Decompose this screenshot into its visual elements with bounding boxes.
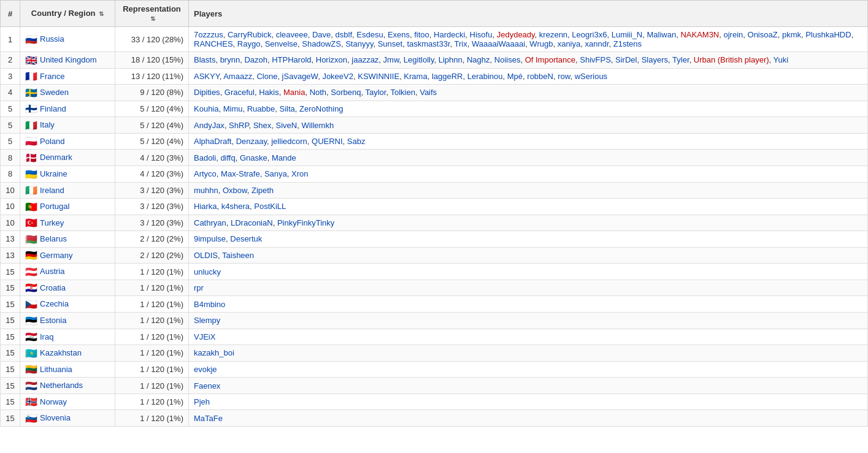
player-link[interactable]: Mania xyxy=(283,88,305,97)
player-link[interactable]: Esdesu xyxy=(356,30,383,39)
player-link[interactable]: Mande xyxy=(272,153,296,162)
player-link[interactable]: Desertuk xyxy=(230,234,262,243)
player-link[interactable]: Noth xyxy=(310,88,326,97)
player-link[interactable]: Sabz xyxy=(347,137,366,146)
player-link[interactable]: Liphnn xyxy=(439,55,463,64)
player-link[interactable]: Horizxon xyxy=(316,55,347,64)
player-link[interactable]: B4mbino xyxy=(194,300,225,309)
player-link[interactable]: Badoli xyxy=(194,153,216,162)
player-link[interactable]: JokeeV2 xyxy=(322,72,353,81)
player-link[interactable]: Gnaske xyxy=(240,153,267,162)
player-link[interactable]: RANCHES xyxy=(194,39,233,48)
player-link[interactable]: Mpé xyxy=(507,72,523,81)
player-link[interactable]: ZeroNothing xyxy=(299,104,344,113)
player-link[interactable]: wSerious xyxy=(575,72,607,81)
country-link[interactable]: Lithuania xyxy=(40,365,72,374)
player-link[interactable]: Raygo xyxy=(237,39,261,48)
player-link[interactable]: Krama xyxy=(404,72,427,81)
player-link[interactable]: Sorbenq xyxy=(331,88,361,97)
player-link[interactable]: Urban (British player) xyxy=(694,55,769,64)
player-link[interactable]: Ruabbe xyxy=(247,104,275,113)
player-link[interactable]: Noiises xyxy=(494,55,521,64)
player-link[interactable]: ojrein xyxy=(724,30,743,39)
player-link[interactable]: evokje xyxy=(194,365,217,374)
player-link[interactable]: Hakis xyxy=(259,88,279,97)
player-link[interactable]: Hardecki xyxy=(434,30,465,39)
player-link[interactable]: k4shera xyxy=(221,202,250,211)
country-link[interactable]: Poland xyxy=(40,137,64,146)
player-link[interactable]: ShadowZS xyxy=(302,39,341,48)
country-link[interactable]: Croatia xyxy=(40,283,66,292)
player-link[interactable]: Lerabinou xyxy=(467,72,503,81)
player-link[interactable]: Blasts xyxy=(194,55,215,64)
player-link[interactable]: Sunset xyxy=(378,39,402,48)
player-link[interactable]: Vaifs xyxy=(420,88,437,97)
country-link[interactable]: Estonia xyxy=(40,316,66,325)
player-link[interactable]: WaaaaiWaaaai xyxy=(472,39,525,48)
country-link[interactable]: Denmark xyxy=(40,153,72,162)
player-link[interactable]: QUERNI xyxy=(312,137,343,146)
player-link[interactable]: Shex xyxy=(253,121,272,130)
player-link[interactable]: Hisofu xyxy=(470,30,493,39)
player-link[interactable]: Willemkh xyxy=(301,121,334,130)
player-link[interactable]: Lumiii_N xyxy=(612,30,643,39)
player-link[interactable]: Taylor xyxy=(366,88,386,97)
player-link[interactable]: Slayers xyxy=(642,55,668,64)
country-link[interactable]: Sweden xyxy=(40,88,69,97)
player-link[interactable]: rpr xyxy=(194,283,204,292)
player-link[interactable]: ASKYY xyxy=(194,72,220,81)
player-link[interactable]: xanndr xyxy=(585,39,609,48)
country-link[interactable]: Belarus xyxy=(40,234,67,243)
player-link[interactable]: jelliedcorn xyxy=(271,137,307,146)
country-link[interactable]: Turkey xyxy=(40,218,64,227)
player-link[interactable]: Dipities xyxy=(194,88,220,97)
player-link[interactable]: MaTaFe xyxy=(194,414,223,423)
player-link[interactable]: NAKAM3N xyxy=(680,30,719,39)
country-link[interactable]: Italy xyxy=(40,120,55,129)
player-link[interactable]: Clone xyxy=(256,72,277,81)
player-link[interactable]: muhhn xyxy=(194,186,218,195)
country-link[interactable]: Czechia xyxy=(40,299,69,308)
country-link[interactable]: Slovenia xyxy=(40,413,71,422)
player-link[interactable]: laggeRR xyxy=(432,72,463,81)
player-link[interactable]: Naghz xyxy=(467,55,490,64)
player-link[interactable]: Cathryan xyxy=(194,218,226,227)
country-link[interactable]: Russia xyxy=(40,34,64,44)
country-link[interactable]: Netherlands xyxy=(40,381,83,390)
player-link[interactable]: Artyco xyxy=(194,169,217,178)
player-link[interactable]: Senvelse xyxy=(265,39,298,48)
player-link[interactable]: PinkyFinkyTinky xyxy=(277,218,334,227)
player-link[interactable]: Graceful xyxy=(225,88,255,97)
country-link[interactable]: Ukraine xyxy=(40,169,67,178)
player-link[interactable]: Leogri3x6 xyxy=(572,30,607,39)
rank-header[interactable]: # xyxy=(1,1,20,27)
country-header[interactable]: Country / Region ⇅ xyxy=(20,1,115,27)
player-link[interactable]: HTPHarold xyxy=(272,55,311,64)
player-link[interactable]: jaazzaz xyxy=(351,55,378,64)
player-link[interactable]: Tyler xyxy=(672,55,689,64)
player-link[interactable]: Of Importance xyxy=(525,55,575,64)
player-link[interactable]: Sanya xyxy=(264,169,287,178)
country-link[interactable]: France xyxy=(40,72,64,81)
country-link[interactable]: Norway xyxy=(40,397,67,406)
player-link[interactable]: SiveN xyxy=(276,121,298,130)
player-link[interactable]: xaniya xyxy=(558,39,581,48)
player-link[interactable]: unlucky xyxy=(194,267,221,276)
player-link[interactable]: KSWINNIIE xyxy=(358,72,399,81)
player-link[interactable]: taskmast33r xyxy=(407,39,450,48)
player-link[interactable]: SirDel xyxy=(615,55,637,64)
player-link[interactable]: PlushkaHDD xyxy=(805,30,851,39)
country-link[interactable]: Iraq xyxy=(40,332,53,341)
country-link[interactable]: Finland xyxy=(40,104,66,113)
player-link[interactable]: 7ozzzus xyxy=(194,30,223,39)
player-link[interactable]: Yuki xyxy=(774,55,789,64)
player-link[interactable]: PostKiLL xyxy=(254,202,286,211)
player-link[interactable]: Oxbow xyxy=(223,186,247,195)
player-link[interactable]: Maliwan xyxy=(647,30,676,39)
player-link[interactable]: Denzaay xyxy=(236,137,267,146)
player-link[interactable]: Exens xyxy=(388,30,410,39)
player-link[interactable]: ShivFPS xyxy=(580,55,611,64)
player-link[interactable]: Legitlolly xyxy=(404,55,434,64)
player-link[interactable]: diffq xyxy=(220,153,235,162)
player-link[interactable]: 9impulse xyxy=(194,234,226,243)
